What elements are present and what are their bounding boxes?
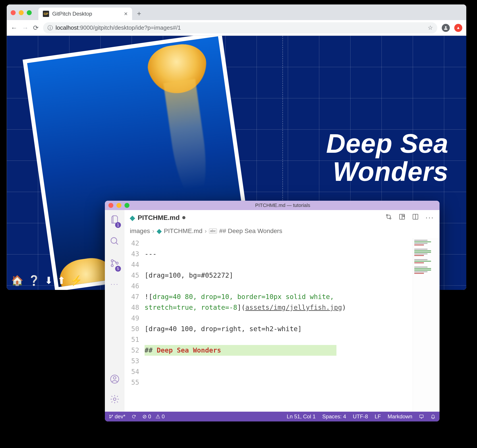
- source-control-icon[interactable]: 5: [110, 258, 119, 270]
- dirty-indicator-icon: [182, 216, 185, 219]
- markdown-file-icon: ◆: [157, 227, 162, 235]
- address-bar: ← → ⟳ ⓘ localhost:9000/gitpitch/desktop/…: [7, 20, 466, 36]
- cursor-position-status[interactable]: Ln 51, Col 1: [287, 413, 316, 420]
- close-tab-icon[interactable]: ×: [124, 10, 128, 18]
- extension-icon[interactable]: ▲: [454, 24, 462, 32]
- new-tab-button[interactable]: +: [132, 10, 146, 18]
- code-content[interactable]: --- [drag=100, bg=#052272] ![drag=40 80,…: [145, 238, 413, 412]
- vscode-body: 1 5 ··· ◆ PITC: [105, 210, 440, 412]
- browser-traffic-lights: [11, 10, 32, 15]
- more-actions-icon[interactable]: ···: [425, 213, 434, 222]
- chevron-right-icon: ›: [205, 227, 207, 235]
- sync-status[interactable]: [132, 414, 136, 419]
- compare-changes-icon[interactable]: [385, 213, 392, 222]
- vscode-window-title: PITCHME.md — tutorials: [255, 202, 310, 208]
- slide-heading-line: Deep Sea: [326, 129, 448, 157]
- breadcrumb-folder[interactable]: images: [130, 227, 150, 235]
- eol-status[interactable]: LF: [375, 413, 381, 420]
- svg-point-8: [386, 214, 388, 216]
- explorer-badge: 1: [115, 222, 121, 228]
- upload-icon[interactable]: ⬆: [57, 275, 66, 286]
- close-window-button[interactable]: [11, 10, 16, 15]
- svg-point-13: [110, 415, 110, 416]
- maximize-window-button[interactable]: [27, 10, 32, 15]
- url-input[interactable]: ⓘ localhost:9000/gitpitch/desktop/ide?p=…: [43, 22, 437, 33]
- minimize-window-button[interactable]: [19, 10, 24, 15]
- notifications-bell-icon[interactable]: [431, 413, 435, 420]
- git-branch-status[interactable]: dev*: [109, 413, 125, 420]
- maximize-window-button[interactable]: [125, 203, 129, 208]
- browser-tab[interactable]: GP GitPitch Desktop ×: [38, 8, 132, 20]
- profile-icon[interactable]: [442, 24, 450, 32]
- activity-bar: 1 5 ···: [105, 210, 125, 412]
- vscode-traffic-lights: [108, 203, 129, 208]
- url-host: localhost: [56, 24, 78, 31]
- help-icon[interactable]: ❔: [28, 275, 40, 286]
- account-icon[interactable]: [110, 374, 119, 386]
- editor-actions: ···: [385, 213, 434, 222]
- slide-heading: Deep Sea Wonders: [326, 129, 448, 186]
- split-editor-icon[interactable]: [412, 213, 419, 222]
- breadcrumb-file[interactable]: PITCHME.md: [164, 227, 203, 235]
- close-window-button[interactable]: [108, 203, 113, 208]
- site-info-icon[interactable]: ⓘ: [48, 24, 53, 31]
- chevron-right-icon: ›: [152, 227, 154, 235]
- svg-point-14: [110, 417, 110, 418]
- svg-point-0: [445, 26, 447, 28]
- back-button[interactable]: ←: [11, 24, 18, 32]
- svg-point-11: [403, 215, 404, 217]
- symbol-kind-icon: abc: [209, 229, 217, 234]
- editor-area: ◆ PITCHME.md ···: [125, 210, 440, 412]
- svg-point-6: [113, 377, 116, 379]
- svg-point-4: [116, 262, 118, 264]
- jellyfish-graphic: [145, 41, 210, 97]
- explorer-icon[interactable]: 1: [110, 214, 119, 227]
- markdown-file-icon: ◆: [130, 214, 135, 222]
- svg-point-7: [113, 398, 116, 401]
- search-icon[interactable]: [110, 236, 119, 248]
- download-icon[interactable]: ⬇: [45, 275, 53, 286]
- status-bar: dev* ⊘ 0 ⚠ 0 Ln 51, Col 1 Spaces: 4 UTF-…: [105, 412, 440, 421]
- slide-heading-line: Wonders: [326, 157, 448, 186]
- language-mode-status[interactable]: Markdown: [388, 413, 412, 420]
- code-editor[interactable]: 4243444546474849505152535455 --- [drag=1…: [125, 238, 440, 412]
- browser-tab-strip: GP GitPitch Desktop × +: [7, 5, 466, 20]
- line-number-gutter: 4243444546474849505152535455: [125, 238, 145, 412]
- flash-icon[interactable]: ⚡: [70, 275, 82, 286]
- scm-badge: 5: [115, 266, 121, 272]
- url-path: :9000/gitpitch/desktop/ide?p=images#/1: [78, 24, 181, 31]
- gitpitch-toolbar: 🏠 ❔ ⬇ ⬆ ⚡: [11, 275, 82, 286]
- svg-point-9: [390, 218, 391, 219]
- problems-status[interactable]: ⊘ 0 ⚠ 0: [142, 413, 165, 420]
- open-preview-icon[interactable]: [399, 213, 405, 222]
- minimap[interactable]: [413, 238, 440, 412]
- more-icon[interactable]: ···: [110, 280, 119, 288]
- reload-button[interactable]: ⟳: [33, 24, 39, 32]
- tab-favicon: GP: [43, 11, 49, 17]
- tab-title: GitPitch Desktop: [52, 11, 92, 17]
- minimize-window-button[interactable]: [116, 203, 121, 208]
- editor-tab-filename: PITCHME.md: [138, 214, 180, 221]
- svg-point-2: [111, 259, 113, 262]
- indentation-status[interactable]: Spaces: 4: [322, 413, 346, 420]
- svg-point-15: [112, 415, 113, 416]
- editor-tab-bar: ◆ PITCHME.md ···: [125, 210, 440, 225]
- feedback-icon[interactable]: [419, 413, 424, 420]
- vscode-title-bar: PITCHME.md — tutorials: [105, 201, 440, 210]
- breadcrumb-bar[interactable]: images › ◆ PITCHME.md › abc ## Deep Sea …: [125, 225, 440, 238]
- breadcrumb-symbol[interactable]: ## Deep Sea Wonders: [219, 227, 282, 235]
- bookmark-star-icon[interactable]: ☆: [428, 24, 433, 31]
- svg-rect-16: [420, 415, 423, 418]
- forward-button[interactable]: →: [22, 24, 29, 32]
- encoding-status[interactable]: UTF-8: [353, 413, 368, 420]
- svg-point-1: [111, 238, 117, 243]
- settings-gear-icon[interactable]: [110, 394, 119, 406]
- editor-tab[interactable]: ◆ PITCHME.md: [130, 214, 185, 222]
- vscode-window: PITCHME.md — tutorials 1 5 ···: [105, 201, 440, 421]
- svg-point-3: [111, 265, 113, 266]
- home-icon[interactable]: 🏠: [11, 275, 24, 286]
